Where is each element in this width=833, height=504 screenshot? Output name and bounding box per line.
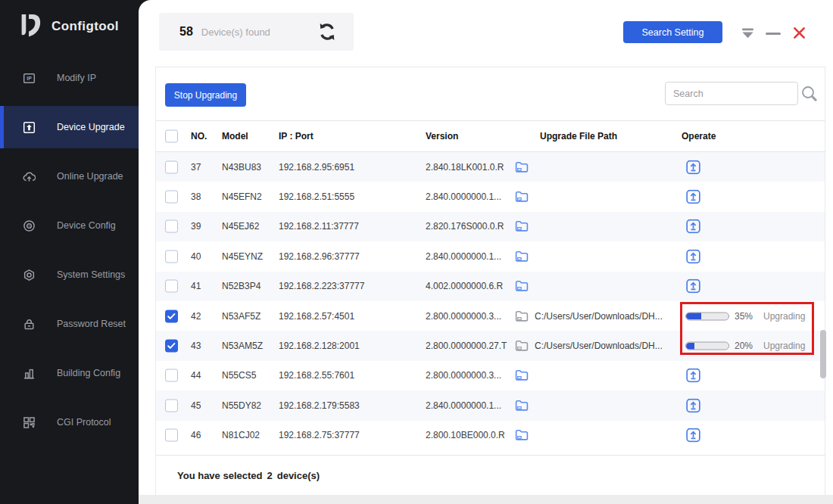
cell-model: N55DY82 <box>222 400 261 411</box>
upload-operate-icon[interactable] <box>686 160 700 174</box>
row-checkbox[interactable] <box>165 399 178 412</box>
row-checkbox[interactable] <box>165 250 178 263</box>
device-count-label: Device(s) found <box>201 26 270 38</box>
col-header-no: NO. <box>191 131 207 142</box>
select-all-checkbox[interactable] <box>165 130 178 143</box>
cell-model: N45EJ62 <box>222 221 259 232</box>
upgrade-status: Upgrading <box>763 341 805 351</box>
sidebar-item-building-config[interactable]: Building Config <box>0 352 139 394</box>
sidebar-item-system-settings[interactable]: System Settings <box>0 254 139 296</box>
sidebar-item-label: Online Upgrade <box>57 171 123 182</box>
row-checkbox[interactable] <box>165 191 178 204</box>
browse-folder-icon[interactable] <box>515 369 529 381</box>
browse-folder-icon[interactable] <box>515 340 529 352</box>
table-row: 41N52B3P4192.168.2.223:377774.002.000000… <box>156 272 825 301</box>
modify-ip-icon: IP <box>23 72 36 85</box>
col-header-version: Version <box>426 131 458 142</box>
refresh-icon[interactable] <box>317 22 337 42</box>
cell-model: N45EYNZ <box>222 251 263 262</box>
table-header: NO. Model IP : Port Version Upgrade File… <box>156 120 825 152</box>
sidebar-item-cgi-protocol[interactable]: CGI Protocol <box>0 401 139 443</box>
cell-ip-port: 192.168.2.179:5583 <box>279 400 360 411</box>
sidebar-item-label: CGI Protocol <box>57 417 111 428</box>
cell-ip-port: 192.168.2.57:4501 <box>279 311 354 322</box>
upload-operate-icon[interactable] <box>686 398 700 412</box>
row-checkbox[interactable] <box>165 310 178 322</box>
browse-folder-icon[interactable] <box>515 220 529 232</box>
app-logo: Configtool <box>17 12 119 41</box>
browse-folder-icon[interactable] <box>515 280 529 292</box>
col-header-model: Model <box>222 131 248 142</box>
cell-model: N53AM5Z <box>222 341 263 351</box>
cell-no: 37 <box>191 162 201 173</box>
browse-folder-icon[interactable] <box>515 191 529 203</box>
table-row: 40N45EYNZ192.168.2.96:377772.840.0000000… <box>156 241 825 271</box>
selected-count: 2 <box>267 470 272 481</box>
cell-version: 2.800.0000000.27.T <box>426 341 507 351</box>
row-checkbox[interactable] <box>165 340 178 353</box>
search-setting-button[interactable]: Search Setting <box>623 21 722 43</box>
browse-folder-icon[interactable] <box>515 429 529 441</box>
magnifier-icon[interactable] <box>800 85 819 103</box>
table-body: 37N43BU83192.168.2.95:69512.840.18LK001.… <box>156 152 825 450</box>
browse-folder-icon[interactable] <box>515 400 529 412</box>
cell-no: 43 <box>191 341 201 351</box>
progress-fill <box>686 343 694 350</box>
upgrade-status: Upgrading <box>763 311 805 322</box>
col-header-upgrade-file-path: Upgrade File Path <box>540 131 617 142</box>
cell-model: N81CJ02 <box>222 430 260 440</box>
browse-folder-icon[interactable] <box>515 250 529 263</box>
row-checkbox[interactable] <box>165 280 178 293</box>
cell-no: 40 <box>191 251 201 262</box>
device-upgrade-icon <box>23 121 36 134</box>
cell-no: 46 <box>191 430 201 440</box>
cell-ip-port: 192.168.2.51:5555 <box>279 191 354 202</box>
sidebar-item-modify-ip[interactable]: IPModify IP <box>0 57 139 99</box>
selected-suffix: device(s) <box>277 470 320 481</box>
close-icon[interactable] <box>792 26 806 40</box>
progress-percent: 20% <box>735 341 753 351</box>
sidebar-item-password-reset[interactable]: Password Reset <box>0 303 139 345</box>
upload-operate-icon[interactable] <box>686 190 700 204</box>
device-count: 58 <box>179 25 193 39</box>
minimize-icon[interactable] <box>766 33 781 35</box>
device-upgrade-card: Stop Upgrading NO. Model IP : Port Versi… <box>155 67 825 495</box>
search-input[interactable] <box>665 82 798 105</box>
cell-version: 2.820.176S000.0.R <box>426 221 504 232</box>
sidebar-item-device-upgrade[interactable]: Device Upgrade <box>0 106 139 148</box>
sidebar-item-label: System Settings <box>57 269 125 280</box>
cell-upgrade-file-path: C:/Users/User/Downloads/DH... <box>535 341 663 351</box>
cell-ip-port: 192.168.2.223:37777 <box>279 281 364 291</box>
upload-operate-icon[interactable] <box>686 279 700 294</box>
row-checkbox[interactable] <box>165 160 178 173</box>
cell-ip-port: 192.168.2.11:37777 <box>279 221 359 232</box>
vertical-scrollbar[interactable] <box>820 330 826 378</box>
cell-version: 2.800.0000000.3... <box>426 311 501 322</box>
device-config-icon <box>23 219 36 232</box>
caret-down-icon[interactable] <box>741 28 755 39</box>
table-row: 46N81CJ02192.168.2.75:377772.800.10BE000… <box>156 421 825 450</box>
browse-folder-icon[interactable] <box>515 161 529 173</box>
cell-model: N53AF5Z <box>222 311 261 322</box>
sidebar-item-label: Device Config <box>57 220 116 231</box>
cell-no: 38 <box>191 191 201 202</box>
progress-fill <box>686 313 701 319</box>
stop-upgrading-button[interactable]: Stop Upgrading <box>165 83 246 107</box>
sidebar-item-online-upgrade[interactable]: Online Upgrade <box>0 155 139 198</box>
browse-folder-icon[interactable] <box>515 310 529 322</box>
sidebar-item-device-config[interactable]: Device Config <box>0 204 139 247</box>
upload-operate-icon[interactable] <box>686 428 700 443</box>
building-config-icon <box>23 367 36 380</box>
upload-operate-icon[interactable] <box>686 219 700 234</box>
row-checkbox[interactable] <box>165 369 178 382</box>
row-checkbox[interactable] <box>165 429 178 442</box>
table-row: 37N43BU83192.168.2.95:69512.840.18LK001.… <box>156 152 825 182</box>
cell-model: N55CS5 <box>222 370 256 381</box>
cell-version: 2.840.18LK001.0.R <box>426 162 504 173</box>
cell-version: 2.840.0000000.1... <box>426 191 501 202</box>
cell-no: 41 <box>191 281 201 291</box>
upload-operate-icon[interactable] <box>686 369 700 383</box>
cell-model: N43BU83 <box>222 162 261 173</box>
row-checkbox[interactable] <box>165 220 178 233</box>
upload-operate-icon[interactable] <box>686 249 700 263</box>
